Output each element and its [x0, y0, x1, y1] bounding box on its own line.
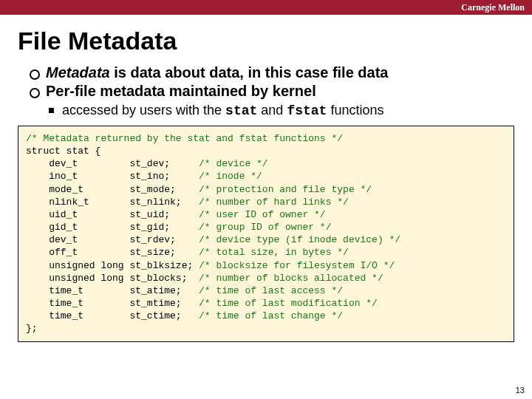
slide: Carnegie Mellon File Metadata Metadata i… [0, 0, 532, 399]
bullet-2: Per-file metadata maintained by kernel [30, 83, 514, 100]
bullet-list: Metadata is data about data, in this cas… [30, 64, 514, 118]
sub-mid: and [257, 103, 287, 117]
bullet-1-emph: Metadata [46, 64, 110, 81]
topbar: Carnegie Mellon [0, 0, 532, 15]
code-stat: stat [225, 103, 257, 118]
slide-body: Metadata is data about data, in this cas… [0, 64, 532, 118]
code-fstat: fstat [287, 103, 327, 118]
bullet-1: Metadata is data about data, in this cas… [30, 64, 514, 81]
brand-text: Carnegie Mellon [461, 2, 525, 13]
slide-title: File Metadata [0, 15, 532, 63]
bullet-1-rest: is data about data, in this case file da… [110, 64, 389, 81]
sub-post: functions [327, 103, 383, 117]
page-number: 13 [516, 386, 525, 395]
sub-pre: accessed by users with the [62, 103, 225, 117]
bullet-2-sub: accessed by users with the stat and fsta… [49, 103, 514, 118]
code-block: /* Metadata returned by the stat and fst… [18, 126, 514, 342]
